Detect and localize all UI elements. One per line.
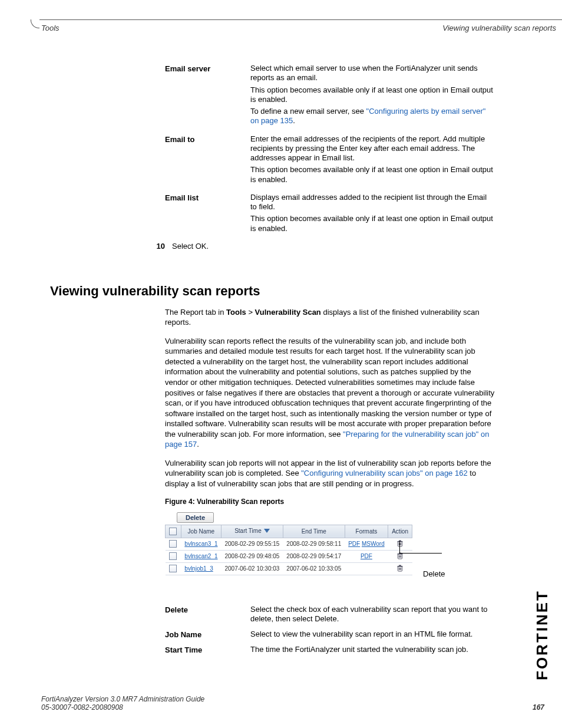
def-desc: The time the FortiAnalyzer unit started …: [250, 645, 507, 654]
svg-rect-5: [398, 541, 403, 542]
def-para: This option becomes available only if at…: [250, 85, 495, 105]
text: .: [197, 440, 199, 449]
def-term: Email to: [165, 134, 250, 187]
trash-icon[interactable]: [396, 565, 404, 573]
footer-line2: 05-30007-0082-20080908: [41, 703, 123, 711]
figure: Delete Job Name Start Time End Time Form…: [165, 510, 412, 575]
table-row: bvlnjob1_32007-06-02 10:30:032007-06-02 …: [166, 562, 412, 575]
checkbox-icon[interactable]: [169, 552, 177, 560]
text: Vulnerability scan reports reflect the r…: [165, 337, 494, 439]
step-text: Select OK.: [172, 242, 209, 251]
cell-action[interactable]: [388, 538, 412, 550]
cell-action[interactable]: [388, 562, 412, 575]
def-row-email-server: Email server Select which email server t…: [165, 64, 495, 129]
definition-list-2: Delete Select the check box of each vuln…: [165, 605, 507, 655]
col-formats[interactable]: Formats: [345, 525, 388, 538]
link-configuring-jobs[interactable]: "Configuring vulnerability scan jobs" on…: [301, 469, 467, 477]
checkbox-icon[interactable]: [169, 528, 177, 535]
logo-text: FORTINET: [533, 589, 551, 680]
def-desc: Select the check box of each vulnerabili…: [250, 605, 507, 624]
definition-list-1: Email server Select which email server t…: [165, 64, 495, 236]
header-left: Tools: [41, 24, 59, 32]
def-text: To define a new email server, see: [250, 107, 366, 116]
def-desc: Enter the email addresses of the recipie…: [250, 134, 495, 187]
step-row: 10 Select OK.: [144, 242, 511, 251]
def-row-email-to: Email to Enter the email addresses of th…: [165, 134, 495, 187]
cell-checkbox[interactable]: [166, 550, 181, 562]
def-term: Email server: [165, 64, 250, 129]
text: The Report tab in: [165, 308, 226, 317]
callout-delete-label: Delete: [423, 569, 445, 578]
page-footer: FortiAnalyzer Version 3.0 MR7 Administra…: [41, 695, 544, 711]
trash-icon[interactable]: [396, 552, 404, 561]
def-para: Enter the email addresses of the recipie…: [250, 134, 495, 163]
checkbox-icon[interactable]: [169, 540, 177, 548]
cell-formats[interactable]: [345, 562, 388, 575]
bold: Vulnerability Scan: [255, 308, 321, 317]
cell-end: 2008-02-29 09:58:11: [283, 538, 345, 550]
def-desc: Select to view the vulnerability scan re…: [250, 630, 507, 639]
fortinet-logo: FORTINET: [533, 589, 551, 680]
sort-desc-icon: [264, 528, 270, 535]
header-corner: [31, 19, 39, 28]
cell-start: 2008-02-29 09:48:05: [221, 550, 283, 562]
cell-checkbox[interactable]: [166, 538, 181, 550]
col-action[interactable]: Action: [388, 525, 412, 538]
def-desc: Displays email addresses added to the re…: [250, 193, 495, 236]
def-term: Start Time: [165, 645, 250, 654]
cell-formats[interactable]: PDF MSWord: [345, 538, 388, 550]
cell-jobname[interactable]: bvlnscan3_1: [181, 538, 221, 550]
svg-marker-0: [264, 529, 270, 533]
body-text: The Report tab in Tools > Vulnerability …: [165, 307, 495, 489]
trash-icon[interactable]: [396, 540, 404, 548]
col-jobname[interactable]: Job Name: [181, 525, 221, 538]
callout-line: [399, 553, 442, 554]
col-checkbox[interactable]: [166, 525, 181, 538]
cell-start: 2008-02-29 09:55:15: [221, 538, 283, 550]
checkbox-icon[interactable]: [169, 565, 177, 572]
def-para: Displays email addresses added to the re…: [250, 193, 495, 212]
body-para: Vulnerability scan job reports will not …: [165, 458, 495, 489]
def-para: This option becomes available only if at…: [250, 165, 495, 185]
report-table: Job Name Start Time End Time Formats Act…: [165, 525, 412, 575]
delete-button[interactable]: Delete: [177, 512, 214, 523]
def-row-delete: Delete Select the check box of each vuln…: [165, 605, 507, 624]
def-row-starttime: Start Time The time the FortiAnalyzer un…: [165, 645, 507, 654]
header-right: Viewing vulnerability scan reports: [442, 24, 556, 32]
section-heading: Viewing vulnerability scan reports: [50, 284, 511, 299]
figure-toolbar: Delete: [165, 510, 412, 525]
body-para: The Report tab in Tools > Vulnerability …: [165, 307, 495, 328]
def-desc: Select which email server to use when th…: [250, 64, 495, 129]
table-row: bvlnscan3_12008-02-29 09:55:152008-02-29…: [166, 538, 412, 550]
svg-rect-17: [398, 566, 403, 567]
job-link[interactable]: bvlnjob1_3: [184, 565, 213, 572]
def-term: Job Name: [165, 630, 250, 639]
cell-jobname[interactable]: bvlnscan2_1: [181, 550, 221, 562]
cell-start: 2007-06-02 10:30:03: [221, 562, 283, 575]
job-link[interactable]: bvlnscan2_1: [184, 553, 217, 559]
col-label: Start Time: [234, 528, 262, 534]
col-starttime[interactable]: Start Time: [221, 525, 283, 538]
def-para: This option becomes available only if at…: [250, 214, 495, 233]
table-row: bvlnscan2_12008-02-29 09:48:052008-02-29…: [166, 550, 412, 562]
cell-formats[interactable]: PDF: [345, 550, 388, 562]
job-link[interactable]: bvlnscan3_1: [184, 541, 217, 547]
cell-end: 2007-06-02 10:33:05: [283, 562, 345, 575]
cell-checkbox[interactable]: [166, 562, 181, 575]
bold: Tools: [226, 308, 246, 317]
cell-end: 2008-02-29 09:54:17: [283, 550, 345, 562]
cell-jobname[interactable]: bvlnjob1_3: [181, 562, 221, 575]
def-row-email-list: Email list Displays email addresses adde…: [165, 193, 495, 236]
callout-line-v: [399, 541, 400, 553]
def-term: Email list: [165, 193, 250, 236]
def-text: .: [293, 116, 295, 125]
table-header-row: Job Name Start Time End Time Formats Act…: [166, 525, 412, 538]
svg-rect-11: [398, 554, 403, 555]
col-endtime[interactable]: End Time: [283, 525, 345, 538]
def-term: Delete: [165, 605, 250, 624]
cell-action[interactable]: [388, 550, 412, 562]
def-para: To define a new email server, see "Confi…: [250, 107, 495, 126]
body-para: Vulnerability scan reports reflect the r…: [165, 336, 495, 450]
def-para: Select which email server to use when th…: [250, 64, 495, 83]
def-row-jobname: Job Name Select to view the vulnerabilit…: [165, 630, 507, 639]
